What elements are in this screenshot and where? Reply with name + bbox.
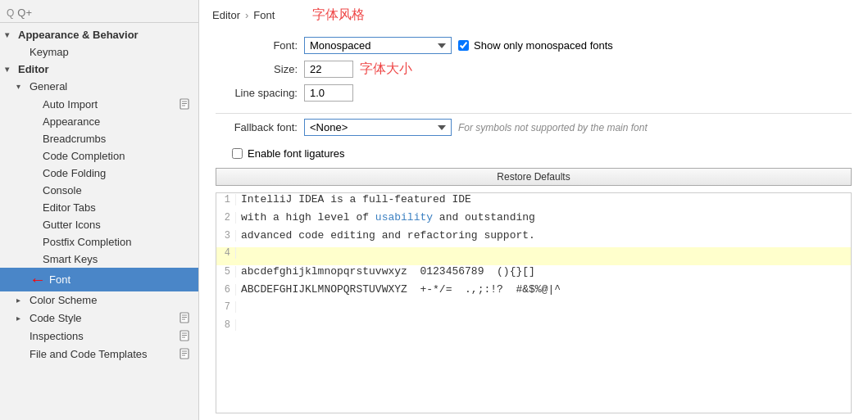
line-number: 8 [216, 319, 236, 331]
main-content: Editor › Font 字体风格 Font: Monospaced Show… [199, 0, 868, 420]
preview-line: 2with a high level of usability and outs… [216, 211, 851, 229]
nav-item-label: Appearance [43, 115, 100, 128]
line-spacing-label: Line spacing: [216, 87, 298, 99]
nav-item-label: File and Code Templates [30, 348, 148, 360]
page-icon [179, 311, 192, 324]
breadcrumb: Editor › Font 字体风格 [199, 0, 868, 30]
nav-item-label: Font [49, 273, 70, 286]
fallback-font-label: Fallback font: [216, 121, 298, 133]
nav-item-label: Editor [18, 63, 49, 75]
nav-item-label: Code Style [30, 312, 82, 324]
fallback-font-row: Fallback font: <None> For symbols not su… [216, 119, 852, 136]
sidebar-item-breadcrumbs[interactable]: Breadcrumbs [0, 130, 198, 147]
sidebar-item-inspections[interactable]: Inspections [0, 327, 198, 345]
font-control-group: Monospaced Show only monospaced fonts [304, 37, 613, 54]
expand-arrow: ▸ [16, 314, 28, 323]
zh-size-annotation: 字体大小 [360, 61, 412, 78]
expand-arrow: ▾ [16, 82, 28, 91]
search-icon: Q [7, 7, 14, 19]
size-control-group: 字体大小 [304, 61, 412, 78]
expand-arrow: ▾ [5, 65, 16, 74]
line-number: 4 [216, 247, 236, 259]
preview-line: 6ABCDEFGHIJKLMNOPQRSTUVWXYZ +-*/= .,;:!?… [216, 283, 851, 301]
nav-item-label: Inspections [30, 330, 84, 342]
line-number: 5 [216, 266, 236, 278]
sidebar-item-smart-keys[interactable]: Smart Keys [0, 251, 198, 268]
sidebar-item-file-code-templates[interactable]: File and Code Templates [0, 345, 198, 363]
sidebar-item-general[interactable]: ▾General [0, 78, 198, 95]
sidebar-item-appearance[interactable]: Appearance [0, 113, 198, 130]
monospaced-checkbox-row: Show only monospaced fonts [458, 39, 613, 52]
nav-item-label: Color Scheme [30, 294, 97, 306]
fallback-hint: For symbols not supported by the main fo… [458, 122, 648, 133]
nav-item-label: Smart Keys [43, 253, 98, 265]
line-code: with a high level of usability and outst… [241, 211, 535, 224]
sidebar-item-postfix-completion[interactable]: Postfix Completion [0, 233, 198, 251]
nav-item-label: Keymap [30, 46, 69, 58]
sidebar-item-code-style[interactable]: ▸Code Style [0, 309, 198, 327]
show-monospaced-checkbox[interactable] [458, 40, 469, 51]
preview-line: 7 [216, 301, 851, 319]
sidebar-item-color-scheme[interactable]: ▸Color Scheme [0, 291, 198, 309]
breadcrumb-editor[interactable]: Editor [212, 9, 240, 21]
sidebar-item-code-completion[interactable]: Code Completion [0, 147, 198, 165]
size-input[interactable] [304, 61, 353, 78]
show-monospaced-label: Show only monospaced fonts [474, 39, 613, 52]
line-code: IntelliJ IDEA is a full-featured IDE [241, 193, 471, 205]
blue-text: usability [375, 211, 433, 224]
sidebar-item-auto-import[interactable]: Auto Import [0, 95, 198, 113]
sidebar-item-gutter-icons[interactable]: Gutter Icons [0, 216, 198, 233]
ligatures-checkbox[interactable] [232, 148, 243, 159]
line-number: 6 [216, 284, 236, 296]
nav-item-label: Appearance & Behavior [18, 29, 139, 41]
nav-item-label: Gutter Icons [43, 219, 101, 231]
sidebar-item-font[interactable]: ←Font [0, 268, 198, 291]
restore-defaults-button[interactable]: Restore Defaults [216, 168, 852, 186]
sidebar-item-appearance-behavior[interactable]: ▾Appearance & Behavior [0, 26, 198, 43]
line-code: ABCDEFGHIJKLMNOPQRSTUVWXYZ +-*/= .,;:!? … [241, 283, 561, 296]
expand-arrow: ▸ [16, 296, 28, 305]
size-label: Size: [216, 63, 298, 75]
sidebar: Q ▾Appearance & Behavior Keymap▾Editor▾G… [0, 0, 199, 420]
preview-line: 8 [216, 319, 851, 337]
preview-line: 3advanced code editing and refactoring s… [216, 229, 851, 247]
line-number: 7 [216, 301, 236, 313]
preview-line: 4 [216, 247, 851, 265]
size-row: Size: 字体大小 [216, 61, 852, 78]
ligatures-label: Enable font ligatures [248, 147, 345, 160]
sidebar-item-keymap[interactable]: Keymap [0, 43, 198, 61]
line-number: 2 [216, 212, 236, 224]
search-input[interactable] [17, 7, 192, 19]
sidebar-item-code-folding[interactable]: Code Folding [0, 165, 198, 182]
page-icon [179, 329, 192, 342]
font-select[interactable]: Monospaced [304, 37, 452, 54]
sidebar-item-editor[interactable]: ▾Editor [0, 61, 198, 78]
breadcrumb-font: Font [253, 9, 275, 21]
nav-tree: ▾Appearance & Behavior Keymap▾Editor▾Gen… [0, 26, 198, 363]
sidebar-item-editor-tabs[interactable]: Editor Tabs [0, 199, 198, 216]
sidebar-item-console[interactable]: Console [0, 182, 198, 199]
breadcrumb-separator: › [245, 9, 248, 21]
nav-item-label: Breadcrumbs [43, 133, 106, 145]
font-settings-content: Font: Monospaced Show only monospaced fo… [199, 30, 868, 420]
preview-line: 1IntelliJ IDEA is a full-featured IDE [216, 193, 851, 211]
nav-item-label: General [30, 80, 67, 93]
page-icon [179, 347, 192, 360]
line-number: 1 [216, 194, 236, 205]
fallback-font-select[interactable]: <None> [304, 119, 452, 136]
nav-item-label: Postfix Completion [43, 236, 131, 248]
ligatures-row: Enable font ligatures [232, 147, 852, 160]
font-row: Font: Monospaced Show only monospaced fo… [216, 37, 852, 54]
red-arrow-icon: ← [30, 270, 46, 289]
font-preview-pane: 1IntelliJ IDEA is a full-featured IDE2wi… [216, 192, 852, 413]
nav-item-label: Code Folding [43, 167, 106, 179]
zh-title-annotation: 字体风格 [312, 7, 365, 24]
nav-item-label: Auto Import [43, 98, 98, 111]
fallback-control-group: <None> For symbols not supported by the … [304, 119, 648, 136]
line-number: 3 [216, 230, 236, 242]
expand-arrow: ▾ [5, 30, 16, 39]
line-spacing-input[interactable] [304, 84, 353, 102]
font-label: Font: [216, 39, 298, 52]
search-bar[interactable]: Q [0, 3, 198, 23]
line-spacing-row: Line spacing: [216, 84, 852, 102]
